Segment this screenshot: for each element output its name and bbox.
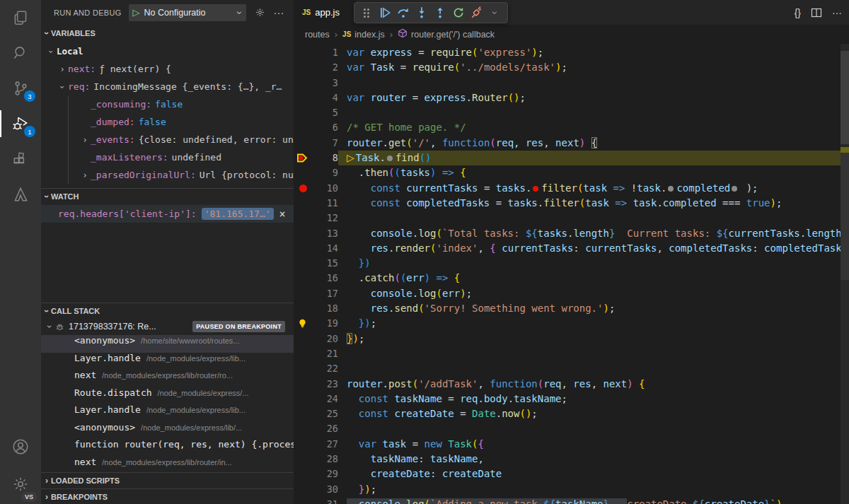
restart-button[interactable]	[449, 4, 468, 22]
glyph-margin[interactable]	[294, 271, 313, 286]
line-content[interactable]	[338, 346, 849, 361]
line-content[interactable]: createDate: createDate	[338, 467, 849, 481]
extensions-icon[interactable]	[0, 141, 41, 177]
code-line[interactable]: 15 })	[294, 256, 849, 271]
step-out-button[interactable]	[431, 4, 449, 22]
glyph-margin[interactable]	[294, 482, 313, 497]
code-line[interactable]: 31 console.log(`Adding a new task ${task…	[294, 497, 849, 504]
line-content[interactable]: console.log(err);	[338, 286, 849, 301]
glyph-margin[interactable]	[294, 90, 313, 105]
stack-frame-row[interactable]: next/node_modules/express/lib/router/in.…	[41, 457, 294, 474]
code-line[interactable]: 3	[294, 76, 849, 90]
code-line[interactable]: 12	[294, 211, 849, 225]
line-content[interactable]: .then((tasks) => {	[338, 165, 849, 180]
line-content[interactable]	[338, 105, 849, 120]
glyph-margin[interactable]	[294, 392, 313, 406]
stack-frame-row[interactable]: Layer.handle/node_modules/express/lib...	[41, 404, 294, 422]
glyph-margin[interactable]	[294, 452, 313, 467]
glyph-margin[interactable]	[294, 286, 313, 301]
glyph-margin[interactable]	[294, 332, 313, 346]
variables-section-header[interactable]: › VARIABLES	[41, 25, 294, 41]
code-line[interactable]: 19 });	[294, 316, 849, 331]
remove-watch-icon[interactable]: ×	[279, 208, 286, 221]
glyph-margin[interactable]	[294, 136, 313, 151]
line-content[interactable]: });	[338, 316, 849, 331]
line-content[interactable]: const taskName = req.body.taskName;	[338, 392, 849, 406]
code-line[interactable]: 14 res.render('index', { currentTasks: c…	[294, 241, 849, 256]
glyph-margin[interactable]	[294, 76, 313, 90]
loaded-scripts-section-header[interactable]: › LOADED SCRIPTS	[41, 472, 294, 488]
code-editor[interactable]: 1var express = require('express');2var T…	[294, 44, 849, 504]
code-line[interactable]: 23router.post('/addTask', function(req, …	[294, 377, 849, 392]
line-content[interactable]: /* GET home page. */	[338, 120, 849, 135]
breadcrumb-file[interactable]: JS index.js	[342, 30, 385, 40]
split-editor-icon[interactable]	[811, 7, 822, 18]
line-content[interactable]: res.send('Sorry! Something went wrong.')…	[338, 301, 849, 316]
watch-expression-row[interactable]: req.headers['client-ip']: '81.165.17…' ×	[41, 205, 294, 223]
search-icon[interactable]	[0, 35, 41, 71]
variable-row[interactable]: ›_events:{close: undefined, error: un…	[41, 131, 294, 148]
variable-row[interactable]: _dumped:false	[41, 113, 294, 131]
line-content[interactable]: ▷Task.find()	[338, 151, 849, 165]
stack-frame-row[interactable]: next/node_modules/express/lib/router/ro.…	[41, 370, 294, 387]
variable-row[interactable]: _maxListeners:undefined	[41, 148, 294, 166]
stack-frame-row[interactable]: <anonymous>/home/site/wwwroot/routes...	[41, 335, 294, 353]
account-icon[interactable]	[0, 429, 41, 464]
debug-thread-row[interactable]: › 1713798337176: Re... PAUSED ON BREAKPO…	[41, 318, 294, 335]
glyph-margin[interactable]	[294, 406, 313, 421]
lightbulb-icon[interactable]	[294, 316, 313, 331]
line-content[interactable]: const currentTasks = tasks.filter(task =…	[338, 181, 849, 196]
variable-scope-row[interactable]: ›Local	[41, 42, 294, 60]
disconnect-button[interactable]	[468, 4, 486, 22]
step-into-button[interactable]	[412, 4, 431, 22]
code-line[interactable]: 21	[294, 346, 849, 361]
line-content[interactable]: });	[338, 482, 849, 497]
line-content[interactable]: var router = express.Router();	[338, 90, 849, 105]
code-line[interactable]: 16 .catch((err) => {	[294, 271, 849, 286]
current-statement-breakpoint-icon[interactable]	[294, 151, 313, 165]
more-actions-icon[interactable]: ···	[274, 6, 284, 18]
source-control-icon[interactable]: 3	[0, 71, 41, 106]
debug-config-dropdown[interactable]: ▷ No Configuratio ›	[129, 4, 246, 21]
glyph-margin[interactable]	[294, 421, 313, 436]
glyph-margin[interactable]	[294, 241, 313, 256]
line-content[interactable]	[338, 76, 849, 90]
code-line[interactable]: 20});	[294, 332, 849, 346]
code-line[interactable]: 26	[294, 421, 849, 436]
variable-row[interactable]: ›next:ƒ next(err) {	[41, 60, 294, 78]
toolbar-drag-grip[interactable]	[357, 4, 376, 22]
editor-more-actions-icon[interactable]: ···	[832, 7, 842, 18]
code-line[interactable]: 11 const completedTasks = tasks.filter(t…	[294, 196, 849, 211]
code-line[interactable]: 13 console.log(`Total tasks: ${tasks.len…	[294, 226, 849, 241]
code-line[interactable]: 6/* GET home page. */	[294, 120, 849, 135]
breadcrumb-symbols-icon[interactable]: {}	[795, 7, 801, 18]
code-line[interactable]: 29 createDate: createDate	[294, 467, 849, 481]
settings-gear-icon[interactable]: VS	[0, 464, 41, 504]
stack-frame-row[interactable]: Route.dispatch/node_modules/express/...	[41, 387, 294, 405]
code-line[interactable]: 9 .then((tasks) => {	[294, 165, 849, 180]
glyph-margin[interactable]	[294, 226, 313, 241]
glyph-margin[interactable]	[294, 301, 313, 316]
stack-frame-row[interactable]: function router(req, res, next) {.proces	[41, 439, 294, 457]
glyph-margin[interactable]	[294, 211, 313, 225]
glyph-margin[interactable]	[294, 467, 313, 481]
tab-appjs[interactable]: JS app.js	[294, 0, 357, 25]
toolbar-chevron-down-icon[interactable]: ›	[486, 4, 504, 22]
code-line[interactable]: 28 taskName: taskName,	[294, 452, 849, 467]
code-line[interactable]: 24 const taskName = req.body.taskName;	[294, 392, 849, 406]
line-content[interactable]: var express = require('express');	[338, 45, 849, 60]
line-content[interactable]: })	[338, 256, 849, 271]
glyph-margin[interactable]	[294, 60, 313, 75]
step-over-button[interactable]	[394, 4, 412, 22]
glyph-margin[interactable]	[294, 120, 313, 135]
breakpoints-section-header[interactable]: › BREAKPOINTS	[41, 488, 294, 504]
start-debug-icon[interactable]: ▷	[133, 7, 140, 18]
glyph-margin[interactable]	[294, 346, 313, 361]
explorer-icon[interactable]	[0, 0, 41, 35]
call-stack-section-header[interactable]: › CALL STACK	[41, 303, 294, 318]
line-content[interactable]	[338, 211, 849, 225]
glyph-margin[interactable]	[294, 45, 313, 60]
code-line[interactable]: 30 });	[294, 482, 849, 497]
debug-settings-gear-icon[interactable]	[255, 6, 265, 18]
azure-icon[interactable]	[0, 177, 41, 212]
